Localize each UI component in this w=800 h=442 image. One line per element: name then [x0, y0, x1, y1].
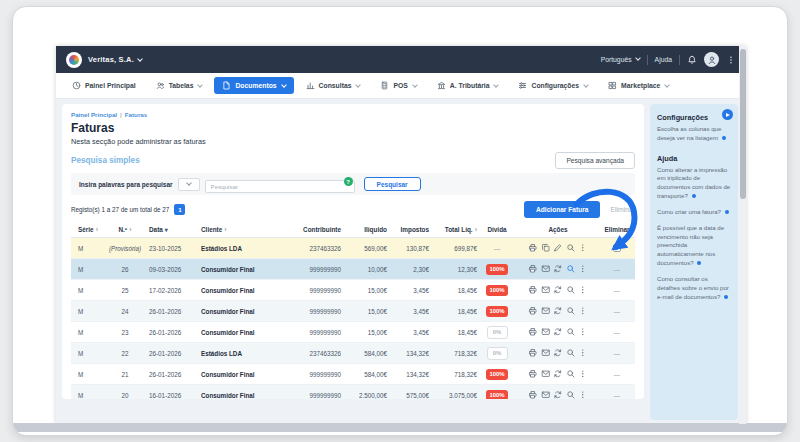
scrollbar-thumb[interactable]	[740, 49, 746, 199]
sort-icon[interactable]	[224, 226, 226, 233]
refresh-icon[interactable]	[553, 390, 563, 399]
more-icon[interactable]	[578, 348, 588, 358]
print-icon[interactable]	[528, 264, 538, 274]
print-icon[interactable]	[528, 243, 538, 253]
nav-item[interactable]: Consultas	[298, 77, 369, 94]
more-icon[interactable]	[578, 285, 588, 295]
breadcrumb-home[interactable]: Painel Principal	[71, 111, 117, 118]
cell-total: 18,45€	[429, 287, 477, 294]
search-input[interactable]	[205, 180, 355, 193]
add-invoice-button[interactable]: Adicionar Fatura	[524, 201, 600, 218]
cell-total: 3.075,00€	[429, 392, 477, 399]
search-bar: Insira palavras para pesquisar ? Pesquis…	[71, 173, 635, 195]
nav-item[interactable]: Painel Principal	[64, 77, 144, 94]
search-icon[interactable]	[566, 390, 576, 399]
edit-icon[interactable]	[553, 243, 563, 253]
delete-button[interactable]: Eliminar	[610, 206, 635, 213]
refresh-icon[interactable]	[553, 264, 563, 274]
sort-desc-icon[interactable]	[165, 226, 168, 233]
mail-icon[interactable]	[541, 306, 551, 316]
search-help-icon[interactable]: ?	[344, 177, 353, 186]
refresh-icon[interactable]	[553, 348, 563, 358]
sort-icon[interactable]	[129, 226, 131, 233]
kebab-menu-icon[interactable]	[726, 54, 736, 66]
row-actions	[517, 327, 599, 337]
config-link[interactable]: Escolha as colunas que deseja ver na lis…	[657, 125, 731, 143]
print-icon[interactable]	[528, 390, 538, 399]
more-icon[interactable]	[578, 390, 588, 399]
more-icon[interactable]	[578, 264, 588, 274]
help-link[interactable]: Como alterar a impressão em triplicado d…	[657, 166, 731, 201]
search-icon[interactable]	[566, 243, 576, 253]
debt-badge: 100%	[486, 285, 507, 296]
nav-item[interactable]: A. Tributária	[429, 77, 507, 94]
more-icon[interactable]	[578, 306, 588, 316]
scrollbar-track[interactable]	[739, 46, 746, 424]
more-icon[interactable]	[578, 369, 588, 379]
mail-icon[interactable]	[541, 348, 551, 358]
table-row[interactable]: M 26 09-03-2026 Consumidor Final 9999999…	[71, 259, 635, 280]
column-header: Total Líq.	[429, 226, 477, 233]
nav-item[interactable]: POS	[372, 77, 424, 94]
print-icon[interactable]	[528, 348, 538, 358]
search-icon[interactable]	[566, 285, 576, 295]
nav-item[interactable]: Documentos	[214, 77, 293, 94]
chevron-down-icon	[635, 55, 641, 61]
page-1-button[interactable]: 1	[174, 204, 185, 215]
help-link[interactable]: É possível que a data de vencimento não …	[657, 224, 731, 268]
mail-icon[interactable]	[541, 327, 551, 337]
help-link[interactable]: Como consultar os detalhes sobre o envio…	[657, 275, 731, 301]
table-row[interactable]: M 20 16-01-2026 Consumidor Final 9999999…	[71, 385, 635, 399]
table-row[interactable]: M 24 26-01-2026 Consumidor Final 9999999…	[71, 301, 635, 322]
search-icon[interactable]	[566, 327, 576, 337]
more-icon[interactable]	[578, 243, 588, 253]
help-link[interactable]: Como criar uma fatura?	[657, 208, 731, 217]
print-icon[interactable]	[528, 327, 538, 337]
print-icon[interactable]	[528, 369, 538, 379]
search-type-select[interactable]	[178, 178, 200, 191]
bell-icon[interactable]	[687, 55, 697, 65]
sort-icon[interactable]	[96, 226, 98, 233]
refresh-icon[interactable]	[553, 369, 563, 379]
search-icon[interactable]	[566, 369, 576, 379]
delete-checkbox[interactable]	[613, 244, 621, 252]
cell-contribuinte: 999999990	[283, 392, 341, 399]
cell-contribuinte: 999999990	[283, 287, 341, 294]
search-icon[interactable]	[566, 348, 576, 358]
table-row[interactable]: M 23 26-01-2026 Consumidor Final 9999999…	[71, 322, 635, 343]
help-link[interactable]: Ajuda	[655, 56, 672, 63]
print-icon[interactable]	[528, 285, 538, 295]
delete-dash: —	[614, 287, 620, 294]
table-row[interactable]: M 21 26-01-2026 Consumidor Final 9999999…	[71, 364, 635, 385]
chevron-down-icon[interactable]	[137, 56, 143, 62]
table-row[interactable]: M 22 26-01-2026 Estádios LDA 237463326 5…	[71, 343, 635, 364]
language-selector[interactable]: Português	[601, 56, 640, 63]
nav-item[interactable]: Configurações	[510, 77, 596, 94]
table-row[interactable]: M 25 17-02-2026 Consumidor Final 9999999…	[71, 280, 635, 301]
search-icon[interactable]	[566, 306, 576, 316]
search-icon[interactable]	[566, 264, 576, 274]
mail-icon[interactable]	[541, 285, 551, 295]
search-submit-button[interactable]: Pesquisar	[364, 177, 421, 191]
refresh-icon[interactable]	[553, 285, 563, 295]
refresh-icon[interactable]	[553, 327, 563, 337]
refresh-icon[interactable]	[553, 306, 563, 316]
more-icon[interactable]	[578, 327, 588, 337]
mail-icon[interactable]	[541, 369, 551, 379]
advanced-search-button[interactable]: Pesquisa avançada	[555, 152, 635, 169]
table-row[interactable]: M (Provisória) 23-10-2025 Estádios LDA 2…	[71, 238, 635, 259]
cell-cliente: Estádios LDA	[201, 350, 283, 357]
nav-item[interactable]: Tabelas	[148, 77, 211, 94]
cell-cliente: Consumidor Final	[201, 392, 283, 399]
avatar[interactable]	[704, 52, 719, 67]
breadcrumb-current[interactable]: Faturas	[125, 111, 147, 118]
mail-icon[interactable]	[541, 390, 551, 399]
nav-item[interactable]: Marketplace	[600, 77, 677, 94]
nav-item-label: Tabelas	[169, 82, 194, 89]
debt-badge: 100%	[486, 390, 507, 400]
print-icon[interactable]	[528, 306, 538, 316]
play-button[interactable]	[722, 109, 733, 120]
copy-icon[interactable]	[541, 243, 551, 253]
mail-icon[interactable]	[541, 264, 551, 274]
table-body: M (Provisória) 23-10-2025 Estádios LDA 2…	[71, 238, 635, 399]
